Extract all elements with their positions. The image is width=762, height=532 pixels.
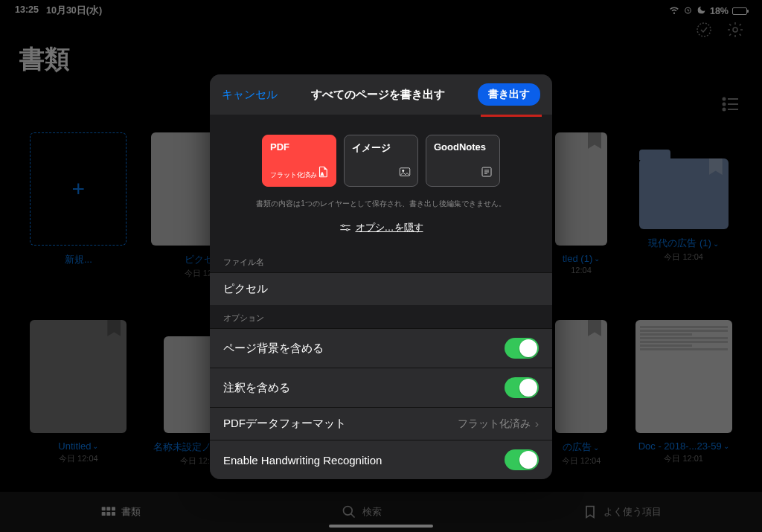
- options-section-label: オプション: [210, 305, 552, 328]
- toggle-switch[interactable]: [505, 338, 539, 359]
- export-modal: キャンセル すべてのページを書き出す 書き出す PDF フラット化済み A イメ…: [210, 74, 552, 479]
- svg-text:A: A: [321, 172, 324, 176]
- toggle-switch[interactable]: [505, 449, 539, 470]
- filename-section-label: ファイル名: [210, 249, 552, 272]
- cancel-button[interactable]: キャンセル: [222, 88, 278, 102]
- chevron-right-icon: ›: [535, 417, 539, 431]
- image-icon: [398, 165, 412, 182]
- format-goodnotes[interactable]: GoodNotes: [426, 135, 500, 187]
- svg-point-27: [346, 228, 348, 231]
- export-hint: 書類の内容は1つのレイヤーとして保存され、書き出し後編集できません。: [210, 193, 552, 209]
- format-pdf[interactable]: PDF フラット化済み A: [262, 135, 336, 187]
- option-pdf-format[interactable]: PDFデータフォーマット フラット化済み ›: [210, 407, 552, 440]
- export-button[interactable]: 書き出す: [478, 83, 540, 106]
- option-include-annotations: 注釈を含める: [210, 368, 552, 407]
- sliders-icon: [339, 223, 351, 232]
- svg-point-19: [403, 170, 404, 171]
- format-image[interactable]: イメージ: [344, 135, 418, 187]
- option-include-background: ページ背景を含める: [210, 328, 552, 368]
- note-icon: [480, 165, 493, 182]
- svg-point-25: [342, 225, 345, 227]
- pdf-icon: A: [316, 165, 330, 182]
- modal-title: すべてのページを書き出す: [311, 88, 445, 102]
- option-handwriting: Enable Handwriting Recognition: [210, 440, 552, 479]
- options-toggle[interactable]: オプシ…を隠す: [210, 209, 552, 249]
- filename-field[interactable]: ピクセル: [210, 272, 552, 305]
- toggle-switch[interactable]: [505, 377, 539, 398]
